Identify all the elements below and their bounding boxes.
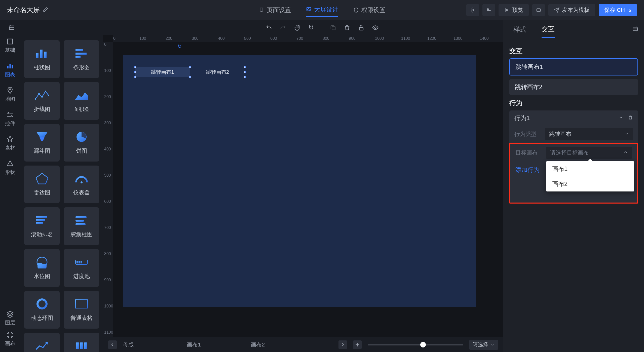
undo-icon[interactable] [266, 24, 272, 31]
resize-handle[interactable] [244, 71, 246, 73]
section-interaction-title: 交互 [509, 47, 638, 55]
progress-icon [73, 256, 90, 268]
resize-handle[interactable] [134, 76, 136, 78]
nav-basic[interactable]: 基础 [3, 38, 18, 54]
redo-icon[interactable] [280, 24, 286, 31]
resize-handle[interactable] [134, 66, 136, 68]
title-wrap: 未命名大屏 [7, 6, 48, 14]
canvas-tab-1[interactable]: 画布1 [187, 341, 245, 348]
resize-handle[interactable] [189, 66, 191, 68]
palette-chip-liquid[interactable]: 水位图 [24, 249, 60, 287]
palette-chip-line[interactable]: 折线图 [24, 82, 60, 120]
nav-material[interactable]: 素材 [3, 135, 18, 151]
add-interaction-icon[interactable] [632, 47, 638, 55]
canvas-tab-2[interactable]: 画布2 [251, 341, 309, 348]
left-panel-toggle-icon[interactable] [6, 22, 17, 33]
nav-canvas[interactable]: 画布 [3, 331, 18, 347]
tab-page-settings[interactable]: 页面设置 [259, 4, 291, 17]
ruler-horizontal: 0100200300400500600700800900100011001200… [113, 35, 503, 42]
palette-chip-pie[interactable]: 饼图 [64, 124, 99, 162]
publish-button[interactable]: 发布为模板 [548, 4, 595, 16]
tab-design[interactable]: 大屏设计 [306, 3, 338, 17]
palette-chip-area[interactable]: 面积图 [64, 82, 99, 120]
interaction-card-2[interactable]: 跳转画布2 [509, 79, 638, 95]
selected-component[interactable]: 跳转画布1 跳转画布2 [135, 67, 245, 77]
palette-chip-table[interactable]: 普通表格 [64, 291, 99, 329]
palette-chip-countdown[interactable]: 倒计时 [64, 333, 99, 352]
prev-canvas-icon[interactable] [108, 340, 117, 349]
add-canvas-icon[interactable] [353, 340, 362, 349]
palette-chip-capsule[interactable]: 胶囊柱图 [64, 207, 99, 245]
palette-chip-hbar[interactable]: 条形图 [64, 40, 99, 78]
layout-icon[interactable] [532, 4, 545, 16]
tab-style[interactable]: 样式 [513, 22, 526, 37]
resize-handle[interactable] [244, 76, 246, 78]
canvas[interactable]: ↻ 跳转画布1 跳转画布2 [123, 55, 476, 307]
next-canvas-icon[interactable] [338, 340, 347, 349]
tab-permissions[interactable]: 权限设置 [353, 4, 386, 17]
topbar: 未命名大屏 页面设置 大屏设计 权限设置 预览 发布为模板 [0, 0, 644, 20]
resize-handle[interactable] [244, 66, 246, 68]
svg-rect-13 [36, 53, 39, 58]
nav-layers[interactable]: 图层 [3, 310, 18, 326]
resize-handle[interactable] [189, 76, 191, 78]
theme-light-icon[interactable] [466, 4, 479, 16]
slider-track[interactable] [368, 344, 463, 345]
interaction-card-1[interactable]: 跳转画布1 [509, 58, 638, 75]
svg-rect-35 [75, 223, 86, 225]
resize-handle[interactable] [134, 71, 136, 73]
chip-label: 漏斗图 [34, 147, 50, 155]
dropdown-option[interactable]: 画布1 [546, 161, 634, 176]
field-value: 跳转画布 [549, 130, 571, 138]
palette-chip-radar[interactable]: 雷达图 [24, 166, 60, 203]
component-tab-2[interactable]: 跳转画布2 [190, 67, 245, 77]
target-canvas-select[interactable]: 请选择目标画布 画布1 画布2 [546, 147, 632, 159]
magnet-icon[interactable] [308, 24, 314, 31]
chevron-down-icon [624, 131, 629, 137]
nav-control[interactable]: 控件 [3, 111, 18, 127]
canvas-tab-master[interactable]: 母版 [123, 341, 181, 348]
palette-chip-bar[interactable]: 柱状图 [24, 40, 60, 78]
pie-icon [73, 131, 90, 143]
svg-rect-7 [7, 66, 9, 68]
slider-thumb[interactable] [420, 342, 426, 347]
palette-chip-trend[interactable]: 业务指标趋势 [24, 333, 60, 352]
rotate-handle-icon[interactable]: ↻ [177, 43, 182, 49]
hand-icon[interactable] [294, 24, 300, 31]
chip-label: 折线图 [34, 105, 50, 113]
svg-marker-25 [36, 132, 48, 137]
palette-chip-funnel[interactable]: 漏斗图 [24, 124, 60, 162]
nav-shape[interactable]: 形状 [3, 160, 18, 176]
lock-icon[interactable] [358, 24, 364, 31]
component-tab-1[interactable]: 跳转画布1 [135, 67, 190, 77]
svg-rect-32 [36, 222, 43, 224]
save-button[interactable]: 保存 Ctrl+s [599, 4, 637, 16]
tab-label: 大屏设计 [314, 6, 338, 14]
preview-button[interactable]: 预览 [499, 4, 529, 16]
zoom-slider[interactable] [368, 344, 463, 345]
visibility-icon[interactable] [372, 24, 378, 31]
palette-chip-progress[interactable]: 进度池 [64, 249, 99, 287]
nav-chart[interactable]: 图表 [3, 62, 18, 78]
right-panel-toggle-icon[interactable] [632, 25, 639, 33]
collapse-icon[interactable] [618, 114, 623, 122]
palette-chip-gauge[interactable]: 仪表盘 [64, 166, 99, 203]
nav-label: 图表 [5, 72, 15, 77]
nav-map[interactable]: 地图 [3, 87, 18, 102]
svg-rect-34 [75, 220, 84, 222]
leftnav: 基础 图表 地图 控件 素材 形状 图层 画布 [0, 35, 20, 352]
tab-interaction[interactable]: 交互 [542, 21, 555, 38]
copy-icon[interactable] [330, 24, 336, 31]
field-placeholder: 请选择目标画布 [550, 149, 589, 157]
edit-title-icon[interactable] [43, 7, 48, 13]
zoom-select[interactable]: 请选择 [469, 340, 498, 350]
theme-dark-icon[interactable] [482, 4, 495, 16]
chip-label: 滚动排名 [31, 231, 53, 238]
delete-icon[interactable] [344, 24, 350, 31]
palette-chip-rank[interactable]: 滚动排名 [24, 207, 60, 245]
behavior-type-select[interactable]: 跳转画布 [545, 128, 633, 140]
delete-behavior-icon[interactable] [628, 114, 633, 122]
dropdown-option[interactable]: 画布2 [546, 176, 634, 191]
palette-chip-ring[interactable]: 动态环图 [24, 291, 60, 329]
svg-rect-40 [81, 261, 82, 263]
